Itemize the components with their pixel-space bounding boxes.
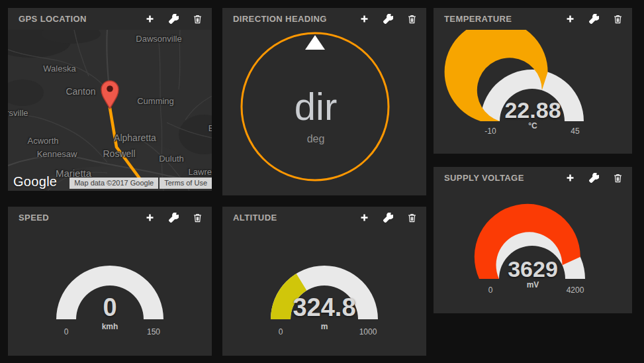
gauge-unit: mV [434, 281, 632, 289]
map-label: Acworth [28, 136, 59, 146]
delete-widget-button[interactable] [613, 173, 623, 183]
add-widget-button[interactable] [565, 14, 575, 24]
compass-unit: deg [222, 134, 409, 144]
panel-temperature: TEMPERATURE 22.88 °C -10 45 [434, 8, 632, 154]
settings-button[interactable] [383, 14, 393, 24]
speed-gauge: 0 kmh 0 150 [8, 229, 212, 356]
trash-icon [193, 14, 203, 25]
map-data-copyright: Map data ©2017 Google [69, 178, 158, 189]
map-attribution: Map data ©2017 Google Terms of Use [69, 178, 212, 189]
map-label: Duluth [159, 154, 184, 164]
wrench-icon [169, 14, 179, 24]
panel-speed: SPEED 0 kmh 0 150 [8, 207, 212, 356]
gauge-unit: m [222, 323, 426, 331]
voltage-gauge: 3629 mV 0 4200 [434, 189, 632, 313]
gauge-value: 22.88 [434, 99, 632, 121]
settings-button[interactable] [589, 14, 599, 24]
add-widget-button[interactable] [359, 213, 369, 223]
trash-icon [407, 14, 417, 25]
panel-header: DIRECTION HEADING [222, 8, 426, 30]
delete-widget-button[interactable] [193, 213, 203, 223]
compass-value: dir [222, 87, 409, 126]
panel-title: SPEED [8, 213, 49, 223]
panel-header: GPS LOCATION [8, 8, 212, 30]
map-label: Cartersville [8, 108, 28, 118]
panel-altitude: ALTITUDE 324.8 m 0 1000 [222, 207, 426, 356]
panel-title: DIRECTION HEADING [222, 14, 327, 24]
gauge-max-label: 150 [134, 328, 173, 336]
delete-widget-button[interactable] [407, 14, 417, 25]
panel-toolbar [145, 213, 212, 223]
altitude-gauge: 324.8 m 0 1000 [222, 229, 426, 356]
map-label: Canton [66, 86, 95, 97]
gauge-max-label: 1000 [348, 328, 388, 336]
gauge-value: 0 [8, 295, 212, 320]
wrench-icon [383, 14, 393, 24]
delete-widget-button[interactable] [407, 213, 417, 223]
trash-icon [613, 14, 623, 25]
map-canvas [8, 30, 212, 191]
wrench-icon [169, 213, 179, 223]
panel-header: TEMPERATURE [434, 8, 632, 30]
panel-title: ALTITUDE [222, 213, 277, 223]
settings-button[interactable] [589, 173, 599, 183]
map-label: Marietta [56, 168, 91, 179]
gauge-max-label: 4200 [555, 286, 595, 294]
panel-title: SUPPLY VOLTAGE [434, 173, 524, 183]
settings-button[interactable] [169, 213, 179, 223]
map-label: Roswell [103, 148, 135, 159]
panel-header: SPEED [8, 207, 212, 229]
trash-icon [613, 173, 623, 183]
plus-icon [145, 213, 155, 223]
gauge-unit: kmh [8, 323, 212, 331]
wrench-icon [589, 173, 599, 183]
plus-icon [145, 14, 155, 24]
map-pin-icon[interactable] [101, 81, 118, 109]
temperature-gauge: 22.88 °C -10 45 [434, 30, 632, 154]
compass-widget: dir deg [222, 30, 426, 195]
trash-icon [407, 213, 417, 223]
gauge-min-label: -10 [471, 127, 510, 135]
plus-icon [359, 213, 369, 223]
panel-toolbar [565, 14, 632, 25]
panel-gps-location: GPS LOCATION [8, 8, 212, 191]
add-widget-button[interactable] [565, 173, 575, 183]
map-label: Lawrenceville [189, 167, 212, 177]
plus-icon [565, 173, 575, 183]
panel-title: TEMPERATURE [434, 14, 512, 24]
panel-direction-heading: DIRECTION HEADING dir deg [222, 8, 426, 195]
compass-needle-icon [305, 35, 325, 50]
map-label: Buford [208, 123, 212, 133]
panel-toolbar [145, 14, 212, 25]
gps-map[interactable]: CartersvilleDawsonvilleWaleskaCantonCumm… [8, 30, 212, 191]
gauge-min-label: 0 [471, 286, 510, 294]
gauge-min-label: 0 [261, 328, 300, 336]
map-label: Kennesaw [37, 149, 77, 159]
settings-button[interactable] [169, 14, 179, 24]
panel-header: ALTITUDE [222, 207, 426, 229]
add-widget-button[interactable] [145, 14, 155, 24]
wrench-icon [589, 14, 599, 24]
gauge-min-label: 0 [46, 328, 86, 336]
plus-icon [359, 14, 369, 24]
add-widget-button[interactable] [145, 213, 155, 223]
panel-header: SUPPLY VOLTAGE [434, 167, 632, 189]
gauge-value: 324.8 [222, 295, 426, 320]
delete-widget-button[interactable] [193, 14, 203, 25]
panel-title: GPS LOCATION [8, 14, 87, 24]
add-widget-button[interactable] [359, 14, 369, 24]
panel-supply-voltage: SUPPLY VOLTAGE 3629 mV 0 4200 [434, 167, 632, 313]
panel-toolbar [359, 213, 426, 223]
map-label: Dawsonville [136, 34, 181, 44]
google-logo[interactable]: Google [13, 174, 57, 189]
trash-icon [193, 213, 203, 223]
wrench-icon [383, 213, 393, 223]
delete-widget-button[interactable] [613, 14, 623, 25]
map-label: Cumming [137, 96, 174, 106]
panel-toolbar [359, 14, 426, 25]
terms-of-use-link[interactable]: Terms of Use [160, 178, 212, 189]
settings-button[interactable] [383, 213, 393, 223]
plus-icon [565, 14, 575, 24]
map-label: Alpharetta [114, 132, 156, 143]
gauge-value: 3629 [434, 258, 632, 280]
